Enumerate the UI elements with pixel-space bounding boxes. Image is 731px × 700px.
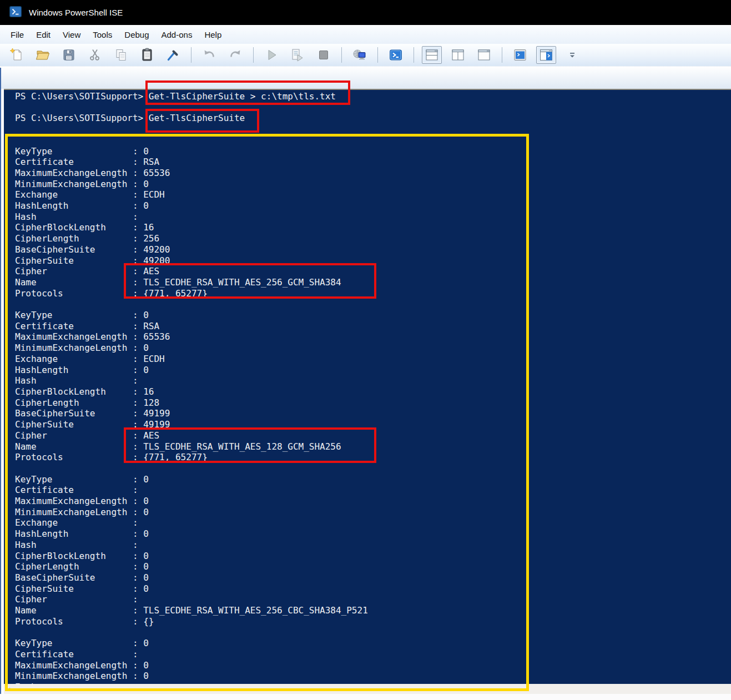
toolbar-separator (414, 47, 414, 63)
show-command-window-button[interactable] (510, 46, 530, 64)
paste-button[interactable] (137, 46, 157, 64)
new-file-icon (9, 48, 24, 62)
undo-button[interactable] (199, 46, 219, 64)
show-script-pane-maximized-button[interactable] (474, 46, 494, 64)
new-remote-powershell-tab-button[interactable] (350, 46, 370, 64)
menu-item-add-ons[interactable]: Add-ons (155, 27, 199, 43)
menu-item-debug[interactable]: Debug (118, 27, 155, 43)
toolbar-separator (253, 47, 254, 63)
window-left-border (0, 68, 1, 694)
scroll-left-icon[interactable]: ‹ (8, 684, 11, 694)
menu-item-edit[interactable]: Edit (30, 27, 57, 43)
console-window-icon (539, 48, 553, 62)
start-powershell-exe-button[interactable] (386, 46, 406, 64)
clear-console-icon (166, 48, 180, 62)
powershell-icon (389, 48, 403, 62)
save-script-button[interactable] (59, 46, 79, 64)
menu-item-help[interactable]: Help (198, 27, 228, 43)
command-window-icon (513, 48, 527, 62)
toolbar-separator (502, 47, 502, 63)
run-selection-icon (290, 48, 305, 62)
open-folder-icon (36, 48, 50, 62)
powershell-app-icon (8, 6, 23, 20)
run-script-button[interactable] (261, 46, 281, 64)
clear-console-pane-button[interactable] (163, 46, 183, 64)
menu-item-tools[interactable]: Tools (87, 27, 118, 43)
layout-max-icon (477, 48, 491, 62)
cut-button[interactable] (85, 46, 105, 64)
console-horizontal-scrollbar[interactable]: ‹ (4, 684, 731, 694)
clipboard-icon (140, 48, 154, 62)
redo-button[interactable] (225, 46, 245, 64)
script-pane-collapsed-strip (0, 66, 731, 89)
show-script-pane-top-button[interactable] (422, 46, 442, 64)
toolbar-separator (377, 47, 378, 63)
menu-item-file[interactable]: File (4, 27, 30, 43)
toolbar-overflow-button[interactable] (562, 46, 582, 64)
new-script-button[interactable] (7, 46, 27, 64)
copy-icon (114, 48, 128, 62)
save-icon (62, 48, 76, 62)
toolbar (0, 44, 731, 66)
copy-button[interactable] (111, 46, 131, 64)
run-selection-button[interactable] (288, 46, 307, 64)
overflow-icon (568, 48, 577, 62)
show-console-pane-button[interactable] (536, 46, 556, 64)
redo-icon (228, 48, 243, 62)
show-script-pane-right-button[interactable] (448, 46, 468, 64)
menu-bar: FileEditViewToolsDebugAdd-onsHelp (0, 25, 731, 44)
scissors-icon (88, 48, 102, 62)
stop-operation-button[interactable] (314, 46, 334, 64)
toolbar-separator (191, 47, 191, 63)
remote-computer-icon (352, 48, 367, 62)
play-icon (264, 48, 279, 62)
menu-item-view[interactable]: View (57, 27, 87, 43)
stop-icon (316, 48, 331, 62)
console-pane[interactable]: PS C:\Users\SOTISupport> Get-TlsCipherSu… (4, 89, 731, 684)
toolbar-separator (341, 47, 342, 63)
open-script-button[interactable] (33, 46, 53, 64)
console-output: PS C:\Users\SOTISupport> Get-TlsCipherSu… (4, 90, 731, 684)
title-bar: Windows PowerShell ISE (0, 0, 731, 25)
layout-top-icon (425, 48, 439, 62)
layout-right-icon (451, 48, 465, 62)
undo-icon (202, 48, 216, 62)
window-title: Windows PowerShell ISE (29, 8, 123, 17)
